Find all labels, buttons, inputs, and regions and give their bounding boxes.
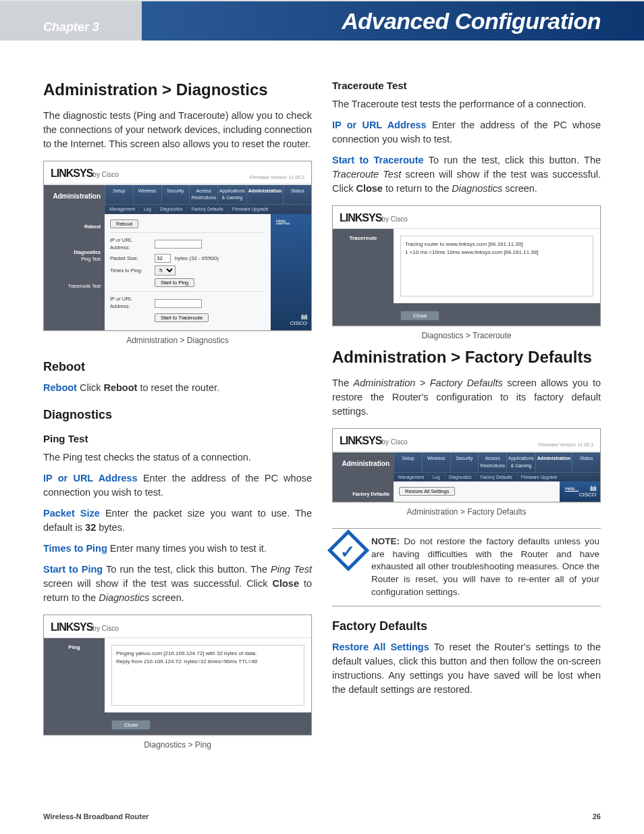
- tab-setup[interactable]: Setup: [394, 452, 422, 471]
- packet-hint: bytes (32 - 65500): [175, 255, 219, 263]
- firmware-version: Firmware Version: v1.00.3: [250, 174, 304, 181]
- tab-apps[interactable]: Applications & Gaming: [217, 185, 246, 204]
- tab-security[interactable]: Security: [161, 185, 190, 204]
- figure-ping: LINKSYSby Cisco Ping Pinging yahoo.com […: [43, 615, 312, 752]
- trace-intro: The Traceroute test tests the performanc…: [332, 97, 601, 111]
- page-body: Administration > Diagnostics The diagnos…: [0, 41, 644, 755]
- trace-output-2: 1 <10 ms <10ms 10ms www.linksys.com [66.…: [405, 249, 589, 257]
- tab-administration[interactable]: Administration: [535, 452, 572, 471]
- ping-output-1: Pinging yahoo.com [216.109.124.72] with …: [116, 650, 300, 658]
- main-tabs: Setup Wireless Security Access Restricti…: [394, 452, 600, 471]
- linksys-logo: LINKSYSby Cisco: [51, 619, 119, 635]
- figure-caption: Diagnostics > Traceroute: [332, 330, 601, 342]
- reboot-heading: Reboot: [43, 358, 312, 375]
- times-paragraph: Times to Ping Enter many times you wish …: [43, 542, 312, 556]
- select-times[interactable]: 5: [155, 265, 176, 276]
- reboot-paragraph: Reboot Click Reboot to reset the router.: [43, 381, 312, 395]
- page-header: Chapter 3 Advanced Configuration: [0, 0, 644, 41]
- intro-paragraph: The diagnostic tests (Ping and Tracerout…: [43, 109, 312, 151]
- subtab-factory[interactable]: Factory Defaults: [186, 205, 227, 213]
- tab-status[interactable]: Status: [572, 452, 600, 471]
- help-link[interactable]: Help...: [276, 218, 290, 225]
- tab-setup[interactable]: Setup: [105, 185, 133, 204]
- tab-access[interactable]: Access Restrictions: [189, 185, 217, 204]
- tab-wireless[interactable]: Wireless: [422, 452, 450, 471]
- side-factory-defaults: Factory Defaults: [337, 491, 390, 498]
- packet-paragraph: Packet Size Enter the packet size you wa…: [43, 506, 312, 535]
- subtab-firmware[interactable]: Firmware Upgrade: [227, 205, 273, 213]
- linksys-logo: LINKSYSby Cisco: [340, 433, 408, 448]
- label-packet: Packet Size:: [110, 255, 151, 263]
- input-ipurl[interactable]: [155, 240, 202, 249]
- tab-wireless[interactable]: Wireless: [133, 185, 161, 204]
- side-reboot: Reboot: [48, 224, 101, 230]
- start-ping-button[interactable]: Start to Ping: [155, 278, 194, 287]
- starttrace-paragraph: Start to Traceroute To run the test, cli…: [332, 153, 601, 196]
- reboot-button[interactable]: Reboot: [110, 219, 138, 228]
- subtab-log[interactable]: Log: [428, 473, 444, 481]
- admin-label: Administration: [333, 452, 394, 481]
- right-column: Traceroute Test The Traceroute test test…: [332, 74, 601, 755]
- input-packet[interactable]: [155, 254, 171, 263]
- tab-security[interactable]: Security: [450, 452, 479, 471]
- subtab-management[interactable]: Management: [394, 473, 428, 481]
- ping-output-2: Reply from 216.109.124.72: bytes=32 time…: [116, 658, 300, 666]
- cisco-logo: ılıılıCISCO: [579, 486, 596, 498]
- note-icon: ✓: [333, 536, 363, 565]
- side-diagnostics: Diagnostics: [48, 249, 101, 256]
- cisco-logo: ılıılıCISCO: [290, 314, 307, 326]
- firmware-version: Firmware Version: v1.00.3: [539, 442, 593, 448]
- help-link[interactable]: Help...: [565, 486, 579, 492]
- subtab-log[interactable]: Log: [139, 205, 155, 213]
- popup-side-traceroute: Traceroute: [333, 229, 394, 303]
- close-button[interactable]: Close: [111, 720, 151, 730]
- popup-side-ping: Ping: [44, 638, 105, 712]
- fd-intro: The Administration > Factory Defaults sc…: [332, 376, 601, 419]
- sub-tabs: Management Log Diagnostics Factory Defau…: [394, 472, 600, 481]
- subtab-diagnostics[interactable]: Diagnostics: [155, 205, 187, 213]
- restore-paragraph: Restore All Settings To reset the Router…: [332, 640, 601, 697]
- subtab-diagnostics[interactable]: Diagnostics: [444, 473, 476, 481]
- tab-administration[interactable]: Administration: [246, 185, 283, 204]
- figure-admin-diagnostics: LINKSYSby Cisco Firmware Version: v1.00.…: [43, 161, 312, 347]
- chapter-label: Chapter 3: [43, 20, 99, 34]
- ipurl-paragraph: IP or URL Address Enter the address of t…: [43, 471, 312, 500]
- factory-defaults-subheading: Factory Defaults: [332, 617, 601, 635]
- factory-defaults-heading: Administration > Factory Defaults: [332, 346, 601, 369]
- traceroute-heading: Traceroute Test: [332, 78, 601, 93]
- left-column: Administration > Diagnostics The diagnos…: [43, 74, 312, 755]
- tab-access[interactable]: Access Restrictions: [478, 452, 506, 471]
- startping-paragraph: Start to Ping To run the test, click thi…: [43, 563, 312, 605]
- page-number: 26: [593, 812, 601, 820]
- tab-status[interactable]: Status: [283, 185, 311, 204]
- restore-all-button[interactable]: Restore All Settings: [399, 487, 455, 496]
- start-traceroute-button[interactable]: Start to Traceroute: [155, 313, 209, 322]
- ping-intro: The Ping test checks the status of a con…: [43, 450, 312, 465]
- label-ipurl-2: IP or URL Address:: [110, 296, 151, 311]
- linksys-logo: LINKSYSby Cisco: [51, 165, 119, 181]
- label-ipurl: IP or URL Address:: [110, 237, 151, 252]
- input-ipurl-2[interactable]: [155, 299, 202, 308]
- figure-factory-defaults: LINKSYSby Cisco Firmware Version: v1.00.…: [332, 428, 601, 518]
- sub-tabs: Management Log Diagnostics Factory Defau…: [105, 204, 311, 213]
- trace-output-1: Tracing router to www.linksys.com [66.16…: [405, 240, 589, 249]
- section-heading: Administration > Diagnostics: [43, 78, 312, 102]
- admin-label: Administration: [44, 185, 105, 214]
- figure-traceroute: LINKSYSby Cisco Traceroute Tracing route…: [332, 205, 601, 342]
- product-name: Wireless-N Broadband Router: [43, 812, 149, 820]
- subtab-factory[interactable]: Factory Defaults: [475, 473, 516, 481]
- subtab-management[interactable]: Management: [105, 205, 139, 213]
- figure-caption: Administration > Factory Defaults: [332, 506, 601, 518]
- page-title: Advanced Configuration: [342, 8, 601, 34]
- note-text: NOTE: Do not restore the factory default…: [371, 536, 599, 599]
- figure-caption: Diagnostics > Ping: [43, 739, 312, 751]
- side-ping-test: Ping Test: [48, 256, 101, 263]
- subtab-firmware[interactable]: Firmware Upgrade: [516, 473, 562, 481]
- close-button[interactable]: Close: [400, 311, 439, 321]
- tab-apps[interactable]: Applications & Gaming: [506, 452, 535, 471]
- linksys-logo: LINKSYSby Cisco: [340, 210, 408, 226]
- ping-test-heading: Ping Test: [43, 432, 312, 446]
- side-traceroute-test: Traceroute Test: [48, 283, 101, 290]
- figure-caption: Administration > Diagnostics: [43, 335, 312, 346]
- diagnostics-heading: Diagnostics: [43, 406, 312, 423]
